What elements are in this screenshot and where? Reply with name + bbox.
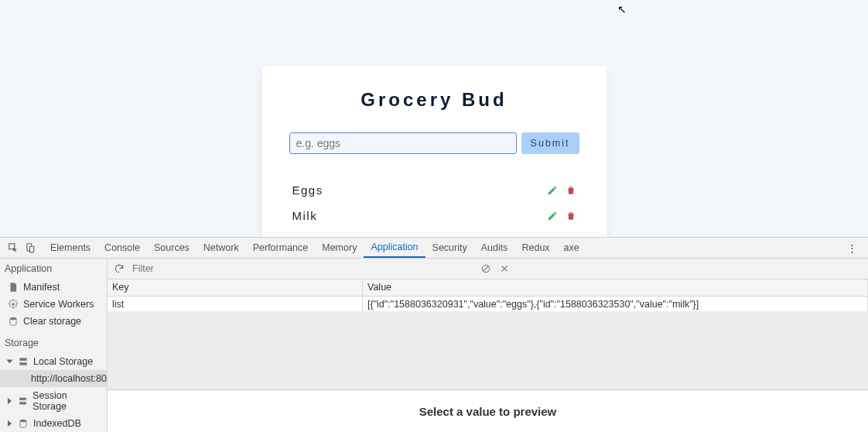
delete-icon[interactable] — [566, 211, 576, 221]
clear-items-button[interactable]: Clear Items — [395, 228, 472, 237]
tab-network[interactable]: Network — [196, 238, 246, 258]
storage-empty-area[interactable] — [108, 312, 868, 389]
storage-table-body: list [{"id":"1588036320931","value":"egg… — [108, 297, 868, 312]
tab-memory[interactable]: Memory — [315, 238, 364, 258]
sidebar-item-clear-storage[interactable]: Clear storage — [0, 313, 107, 330]
sidebar-item-local-storage[interactable]: Local Storage — [0, 353, 107, 370]
sidebar-item-label: IndexedDB — [33, 418, 81, 429]
devtools-panel: Elements Console Sources Network Perform… — [0, 237, 868, 432]
sidebar-item-label: Clear storage — [23, 316, 81, 327]
list-item: Eggs — [289, 177, 579, 203]
devtools-sidebar: Application Manifest Service Workers Cle… — [0, 259, 108, 432]
cell-value: [{"id":"1588036320931","value":"eggs"},{… — [363, 297, 868, 311]
sidebar-item-label: Service Workers — [23, 299, 94, 310]
delete-icon[interactable] — [566, 185, 576, 196]
svg-line-13 — [484, 266, 489, 272]
submit-button[interactable]: Submit — [521, 132, 579, 154]
sidebar-item-local-origin[interactable]: http://localhost:8080 — [0, 370, 107, 387]
edit-icon[interactable] — [547, 211, 558, 221]
cell-key: list — [108, 297, 363, 311]
svg-rect-5 — [19, 358, 26, 361]
sidebar-item-label: Manifest — [23, 282, 60, 293]
svg-point-3 — [12, 303, 15, 306]
column-header-value[interactable]: Value — [363, 279, 868, 296]
inspect-icon[interactable] — [8, 242, 19, 253]
svg-rect-9 — [19, 398, 26, 400]
tab-security[interactable]: Security — [425, 238, 474, 258]
sidebar-item-indexeddb[interactable]: IndexedDB — [0, 415, 107, 432]
refresh-icon[interactable] — [114, 263, 125, 274]
tab-console[interactable]: Console — [97, 238, 147, 258]
devtools-body: Application Manifest Service Workers Cle… — [0, 259, 868, 432]
device-toggle-icon[interactable] — [25, 242, 36, 253]
storage-table-header: Key Value — [108, 279, 868, 297]
block-icon[interactable] — [480, 263, 491, 274]
sidebar-header-application: Application — [0, 259, 107, 279]
svg-rect-6 — [19, 362, 26, 365]
tab-performance[interactable]: Performance — [246, 238, 316, 258]
column-header-key[interactable]: Key — [108, 279, 363, 296]
close-icon[interactable] — [499, 263, 510, 274]
sidebar-item-label: Local Storage — [33, 356, 93, 367]
grocery-input[interactable] — [289, 132, 517, 154]
sidebar-item-label: Session Storage — [32, 390, 99, 412]
tab-axe[interactable]: axe — [557, 238, 586, 258]
tab-elements[interactable]: Elements — [43, 238, 97, 258]
storage-toolbar — [108, 259, 868, 279]
tab-redux[interactable]: Redux — [514, 238, 556, 258]
svg-rect-2 — [29, 246, 33, 252]
tab-audits[interactable]: Audits — [474, 238, 515, 258]
svg-point-11 — [20, 420, 26, 423]
edit-icon[interactable] — [547, 185, 558, 196]
devtools-main: Key Value list [{"id":"1588036320931","v… — [108, 259, 868, 432]
sidebar-item-session-storage[interactable]: Session Storage — [0, 387, 107, 415]
chevron-down-icon — [7, 360, 13, 364]
sidebar-item-label: http://localhost:8080 — [31, 373, 108, 384]
sidebar-header-storage: Storage — [0, 333, 107, 353]
tab-sources[interactable]: Sources — [147, 238, 196, 258]
form-row: Submit — [289, 132, 579, 154]
app-title: Grocery Bud — [289, 89, 579, 111]
sidebar-item-manifest[interactable]: Manifest — [0, 279, 107, 296]
devtools-tabbar: Elements Console Sources Network Perform… — [0, 238, 868, 259]
svg-point-4 — [10, 317, 16, 321]
table-row[interactable]: list [{"id":"1588036320931","value":"egg… — [108, 297, 868, 312]
sidebar-item-service-workers[interactable]: Service Workers — [0, 296, 107, 313]
chevron-right-icon — [8, 398, 12, 404]
preview-pane: Select a value to preview — [108, 389, 868, 432]
list-item-label: Eggs — [292, 183, 323, 197]
chevron-right-icon — [8, 420, 12, 427]
list-item: Milk — [289, 203, 579, 228]
list-item-label: Milk — [292, 209, 318, 222]
app-viewport: Grocery Bud Submit Eggs Milk — [0, 0, 868, 237]
svg-rect-10 — [19, 402, 26, 404]
filter-input[interactable] — [132, 263, 473, 274]
grocery-list: Eggs Milk — [289, 177, 579, 228]
more-tabs-icon[interactable]: ⋮ — [836, 242, 868, 254]
grocery-card: Grocery Bud Submit Eggs Milk — [262, 66, 607, 237]
tab-application[interactable]: Application — [364, 238, 425, 258]
